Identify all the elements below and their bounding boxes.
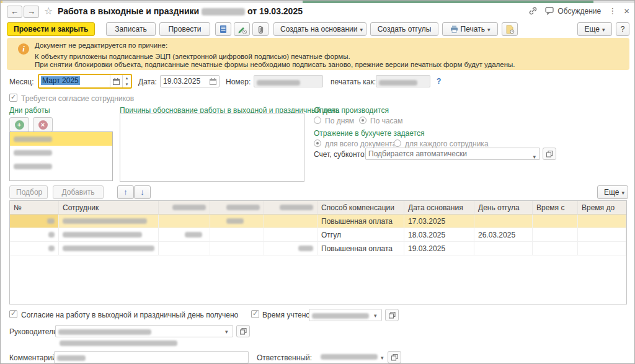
more-menu-icon[interactable] [608,6,616,16]
compensation-cell: Повышенная оплата [318,242,404,255]
manager-input[interactable] [55,325,233,337]
back-button[interactable] [7,6,22,18]
pay-by-hours-radio[interactable] [359,117,366,124]
signature-button[interactable] [234,22,250,36]
redacted-hours [226,218,244,224]
redacted-date-header [226,205,260,210]
titlebar-actions: Обсуждение [528,6,629,16]
forward-button[interactable] [24,6,39,18]
document-window: Работа в выходные и праздники от 19.03.2… [0,0,635,364]
top-strip-green [303,1,593,3]
chevron-down-icon[interactable] [533,151,536,162]
print-button[interactable]: Печать [442,22,498,36]
pay-by-hours-label: По часам [370,117,402,125]
create-days-off-button[interactable]: Создать отгулы [370,22,438,36]
chevron-down-icon [487,27,491,33]
col-header-employee[interactable]: Сотрудник [59,201,159,214]
arrow-up-icon: ↑ [123,187,128,197]
step-down-icon[interactable] [123,81,131,87]
col-header-num[interactable]: № [10,201,59,214]
help-button[interactable]: ? [616,22,629,36]
comment-input[interactable] [54,351,249,363]
col-header-dayoff[interactable]: День отгула [474,201,533,214]
redacted-print-as [379,80,417,86]
move-up-button[interactable]: ↑ [117,185,134,199]
signed-forms-button[interactable] [502,22,518,36]
post-and-close-button[interactable]: Провести и закрыть [7,22,95,36]
table-more-button[interactable]: Еще [597,185,628,199]
whole-doc-radio[interactable] [314,140,321,147]
write-button[interactable]: Записать [106,22,156,36]
report-structure-button[interactable] [215,22,231,36]
plus-icon [15,120,24,130]
work-days-title: Дни работы [9,106,50,115]
list-item[interactable] [10,146,112,159]
responsible-label: Ответственный: [257,353,312,362]
chat-bubble-icon [545,7,554,15]
per-employee-radio[interactable] [394,140,401,147]
list-item[interactable] [10,159,112,173]
table-toolbar: Подбор Добавить ↑ ↓ Еще [1,184,635,200]
remove-day-button[interactable] [33,117,53,132]
compensation-cell: Отгул [318,228,404,241]
payment-title: Оплата производится [314,106,389,115]
add-row-button[interactable]: Добавить [53,185,104,199]
get-link-icon[interactable] [528,6,538,16]
col-header-day1[interactable] [159,201,210,214]
col-header-time-to[interactable]: Время до [578,201,626,214]
move-down-button[interactable]: ↓ [134,185,151,199]
col-header-time-from[interactable]: Время с [533,201,578,214]
redacted-employee-name [63,246,154,251]
base-date-cell: 18.03.2025 [404,228,474,241]
col-header-compensation[interactable]: Способ компенсации [318,201,404,214]
calendar-icon[interactable] [110,75,122,87]
discussion-button[interactable]: Обсуждение [545,7,601,16]
account-input-inner[interactable] [368,149,523,158]
number-label: Номер: [226,78,251,86]
date-input[interactable]: 19.03.2025 [160,75,220,87]
pick-button[interactable]: Подбор [9,185,48,199]
consent-received-checkbox[interactable] [9,310,17,318]
chevron-down-icon[interactable] [381,355,384,361]
chevron-down-icon[interactable] [225,329,228,335]
time-counted-open-button[interactable] [385,309,399,321]
redacted-responsible-name [321,354,378,360]
table-row[interactable]: Повышенная оплата 19.03.2025 [10,242,626,255]
month-selected-text: Март 2025 [41,76,80,85]
col-header-base-date[interactable]: Дата основания [404,201,474,214]
require-consent-checkbox[interactable] [9,94,17,102]
warning-line-3: При снятии блокировки объекта, подписанн… [35,61,515,68]
favorite-star-icon[interactable] [44,5,53,17]
time-counted-checkbox[interactable] [251,310,259,318]
work-days-list[interactable] [9,131,113,181]
col-header-day2[interactable] [210,201,264,214]
responsible-open-button[interactable] [388,351,401,363]
month-input[interactable]: Март 2025 [39,75,110,87]
step-up-icon[interactable] [123,75,131,81]
toolbar-more-button[interactable]: Еще [577,22,612,36]
attachments-button[interactable] [252,22,269,36]
list-item[interactable] [10,132,112,146]
month-label: Месяц: [9,78,34,86]
create-based-on-button[interactable]: Создать на основании [273,22,366,36]
reasons-textarea[interactable] [120,113,304,182]
account-label: Счет, субконто: [314,150,366,159]
manager-open-button[interactable] [236,325,250,337]
month-stepper[interactable] [122,75,131,87]
printer-icon [450,25,458,33]
pay-by-days-radio[interactable] [314,117,321,124]
time-counted-input[interactable] [309,309,382,321]
remove-icon [38,120,48,130]
account-open-button[interactable] [543,148,556,160]
table-header-row: № Сотрудник Способ компенсации Дата осно… [10,201,626,215]
table-row[interactable]: Повышенная оплата 17.03.2025 [10,215,626,228]
table-row[interactable]: Отгул 18.03.2025 26.03.2025 [10,228,626,242]
field-help-link[interactable]: ? [437,77,441,86]
add-day-button[interactable] [9,117,29,132]
col-header-day3[interactable] [264,201,318,214]
chevron-down-icon[interactable] [374,313,377,319]
account-input[interactable] [365,148,540,160]
post-button[interactable]: Провести [159,22,210,36]
close-icon[interactable] [624,6,629,16]
discussion-label: Обсуждение [557,7,601,16]
